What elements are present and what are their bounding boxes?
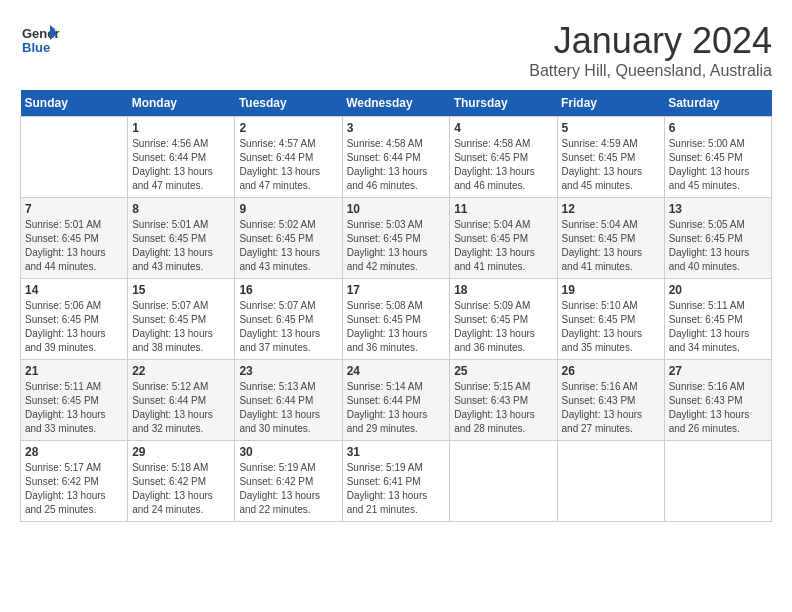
calendar-week-row: 21Sunrise: 5:11 AMSunset: 6:45 PMDayligh…	[21, 360, 772, 441]
day-number: 7	[25, 202, 123, 216]
calendar-cell: 20Sunrise: 5:11 AMSunset: 6:45 PMDayligh…	[664, 279, 771, 360]
day-number: 10	[347, 202, 446, 216]
day-info: Sunrise: 5:13 AMSunset: 6:44 PMDaylight:…	[239, 380, 337, 436]
calendar-week-row: 7Sunrise: 5:01 AMSunset: 6:45 PMDaylight…	[21, 198, 772, 279]
day-info: Sunrise: 5:00 AMSunset: 6:45 PMDaylight:…	[669, 137, 767, 193]
day-number: 4	[454, 121, 552, 135]
calendar-cell: 30Sunrise: 5:19 AMSunset: 6:42 PMDayligh…	[235, 441, 342, 522]
calendar-cell: 4Sunrise: 4:58 AMSunset: 6:45 PMDaylight…	[450, 117, 557, 198]
day-info: Sunrise: 5:11 AMSunset: 6:45 PMDaylight:…	[25, 380, 123, 436]
day-info: Sunrise: 5:03 AMSunset: 6:45 PMDaylight:…	[347, 218, 446, 274]
calendar-cell: 15Sunrise: 5:07 AMSunset: 6:45 PMDayligh…	[128, 279, 235, 360]
day-number: 1	[132, 121, 230, 135]
day-info: Sunrise: 5:16 AMSunset: 6:43 PMDaylight:…	[562, 380, 660, 436]
calendar-cell: 12Sunrise: 5:04 AMSunset: 6:45 PMDayligh…	[557, 198, 664, 279]
logo: General Blue	[20, 20, 60, 64]
calendar-cell	[450, 441, 557, 522]
day-info: Sunrise: 4:58 AMSunset: 6:45 PMDaylight:…	[454, 137, 552, 193]
day-number: 13	[669, 202, 767, 216]
day-info: Sunrise: 5:09 AMSunset: 6:45 PMDaylight:…	[454, 299, 552, 355]
calendar-cell: 31Sunrise: 5:19 AMSunset: 6:41 PMDayligh…	[342, 441, 450, 522]
calendar-cell: 25Sunrise: 5:15 AMSunset: 6:43 PMDayligh…	[450, 360, 557, 441]
day-info: Sunrise: 4:56 AMSunset: 6:44 PMDaylight:…	[132, 137, 230, 193]
calendar-cell: 3Sunrise: 4:58 AMSunset: 6:44 PMDaylight…	[342, 117, 450, 198]
day-info: Sunrise: 5:07 AMSunset: 6:45 PMDaylight:…	[132, 299, 230, 355]
day-number: 6	[669, 121, 767, 135]
day-number: 2	[239, 121, 337, 135]
month-year-title: January 2024	[529, 20, 772, 62]
day-number: 19	[562, 283, 660, 297]
calendar-cell: 26Sunrise: 5:16 AMSunset: 6:43 PMDayligh…	[557, 360, 664, 441]
day-info: Sunrise: 4:57 AMSunset: 6:44 PMDaylight:…	[239, 137, 337, 193]
day-info: Sunrise: 5:05 AMSunset: 6:45 PMDaylight:…	[669, 218, 767, 274]
weekday-header-monday: Monday	[128, 90, 235, 117]
calendar-cell: 21Sunrise: 5:11 AMSunset: 6:45 PMDayligh…	[21, 360, 128, 441]
calendar-week-row: 28Sunrise: 5:17 AMSunset: 6:42 PMDayligh…	[21, 441, 772, 522]
day-info: Sunrise: 5:08 AMSunset: 6:45 PMDaylight:…	[347, 299, 446, 355]
day-number: 21	[25, 364, 123, 378]
logo-icon: General Blue	[20, 20, 60, 64]
calendar-cell: 23Sunrise: 5:13 AMSunset: 6:44 PMDayligh…	[235, 360, 342, 441]
day-info: Sunrise: 5:02 AMSunset: 6:45 PMDaylight:…	[239, 218, 337, 274]
weekday-header-row: SundayMondayTuesdayWednesdayThursdayFrid…	[21, 90, 772, 117]
svg-text:Blue: Blue	[22, 40, 50, 55]
calendar-cell: 18Sunrise: 5:09 AMSunset: 6:45 PMDayligh…	[450, 279, 557, 360]
weekday-header-friday: Friday	[557, 90, 664, 117]
calendar-cell: 2Sunrise: 4:57 AMSunset: 6:44 PMDaylight…	[235, 117, 342, 198]
day-info: Sunrise: 5:19 AMSunset: 6:42 PMDaylight:…	[239, 461, 337, 517]
calendar-cell	[664, 441, 771, 522]
day-number: 20	[669, 283, 767, 297]
calendar-cell: 27Sunrise: 5:16 AMSunset: 6:43 PMDayligh…	[664, 360, 771, 441]
title-section: January 2024 Battery Hill, Queensland, A…	[529, 20, 772, 80]
calendar-cell: 6Sunrise: 5:00 AMSunset: 6:45 PMDaylight…	[664, 117, 771, 198]
day-number: 25	[454, 364, 552, 378]
day-info: Sunrise: 5:04 AMSunset: 6:45 PMDaylight:…	[454, 218, 552, 274]
day-number: 3	[347, 121, 446, 135]
calendar-cell: 24Sunrise: 5:14 AMSunset: 6:44 PMDayligh…	[342, 360, 450, 441]
day-number: 26	[562, 364, 660, 378]
calendar-cell: 29Sunrise: 5:18 AMSunset: 6:42 PMDayligh…	[128, 441, 235, 522]
page-header: General Blue January 2024 Battery Hill, …	[20, 20, 772, 80]
calendar-cell: 9Sunrise: 5:02 AMSunset: 6:45 PMDaylight…	[235, 198, 342, 279]
day-number: 5	[562, 121, 660, 135]
calendar-week-row: 14Sunrise: 5:06 AMSunset: 6:45 PMDayligh…	[21, 279, 772, 360]
calendar-cell: 14Sunrise: 5:06 AMSunset: 6:45 PMDayligh…	[21, 279, 128, 360]
weekday-header-thursday: Thursday	[450, 90, 557, 117]
calendar-table: SundayMondayTuesdayWednesdayThursdayFrid…	[20, 90, 772, 522]
calendar-cell: 5Sunrise: 4:59 AMSunset: 6:45 PMDaylight…	[557, 117, 664, 198]
calendar-cell: 1Sunrise: 4:56 AMSunset: 6:44 PMDaylight…	[128, 117, 235, 198]
day-info: Sunrise: 4:58 AMSunset: 6:44 PMDaylight:…	[347, 137, 446, 193]
day-info: Sunrise: 5:17 AMSunset: 6:42 PMDaylight:…	[25, 461, 123, 517]
day-info: Sunrise: 5:12 AMSunset: 6:44 PMDaylight:…	[132, 380, 230, 436]
calendar-cell: 13Sunrise: 5:05 AMSunset: 6:45 PMDayligh…	[664, 198, 771, 279]
calendar-cell: 7Sunrise: 5:01 AMSunset: 6:45 PMDaylight…	[21, 198, 128, 279]
day-info: Sunrise: 5:07 AMSunset: 6:45 PMDaylight:…	[239, 299, 337, 355]
day-info: Sunrise: 5:15 AMSunset: 6:43 PMDaylight:…	[454, 380, 552, 436]
day-number: 8	[132, 202, 230, 216]
calendar-cell: 28Sunrise: 5:17 AMSunset: 6:42 PMDayligh…	[21, 441, 128, 522]
weekday-header-wednesday: Wednesday	[342, 90, 450, 117]
day-number: 16	[239, 283, 337, 297]
calendar-cell: 10Sunrise: 5:03 AMSunset: 6:45 PMDayligh…	[342, 198, 450, 279]
calendar-cell	[21, 117, 128, 198]
location-subtitle: Battery Hill, Queensland, Australia	[529, 62, 772, 80]
weekday-header-tuesday: Tuesday	[235, 90, 342, 117]
calendar-cell: 19Sunrise: 5:10 AMSunset: 6:45 PMDayligh…	[557, 279, 664, 360]
calendar-cell: 16Sunrise: 5:07 AMSunset: 6:45 PMDayligh…	[235, 279, 342, 360]
day-number: 9	[239, 202, 337, 216]
day-number: 12	[562, 202, 660, 216]
day-number: 15	[132, 283, 230, 297]
weekday-header-sunday: Sunday	[21, 90, 128, 117]
calendar-cell: 11Sunrise: 5:04 AMSunset: 6:45 PMDayligh…	[450, 198, 557, 279]
day-info: Sunrise: 5:11 AMSunset: 6:45 PMDaylight:…	[669, 299, 767, 355]
day-info: Sunrise: 4:59 AMSunset: 6:45 PMDaylight:…	[562, 137, 660, 193]
calendar-cell: 22Sunrise: 5:12 AMSunset: 6:44 PMDayligh…	[128, 360, 235, 441]
day-info: Sunrise: 5:04 AMSunset: 6:45 PMDaylight:…	[562, 218, 660, 274]
calendar-cell: 8Sunrise: 5:01 AMSunset: 6:45 PMDaylight…	[128, 198, 235, 279]
day-number: 18	[454, 283, 552, 297]
day-number: 22	[132, 364, 230, 378]
calendar-cell	[557, 441, 664, 522]
day-number: 29	[132, 445, 230, 459]
day-number: 30	[239, 445, 337, 459]
day-number: 23	[239, 364, 337, 378]
